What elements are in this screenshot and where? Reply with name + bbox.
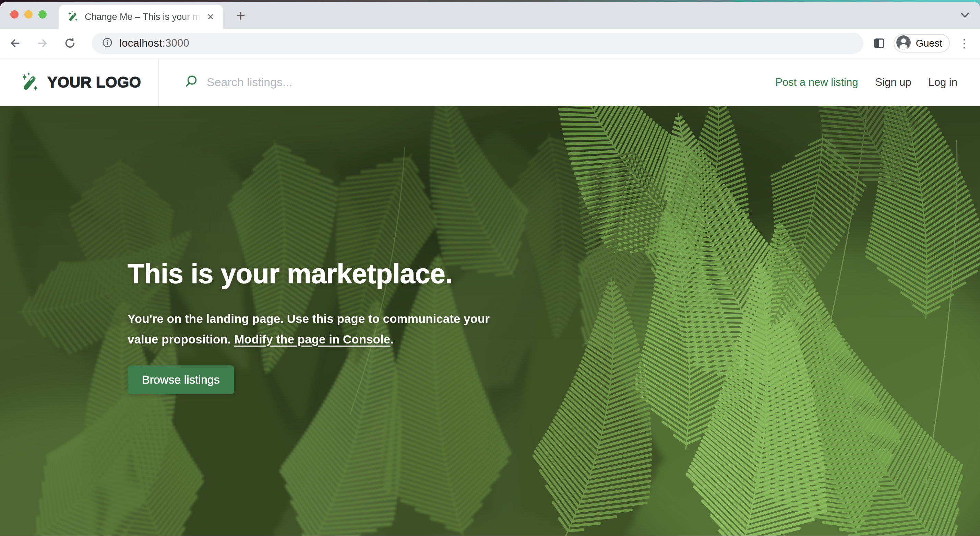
- reload-icon[interactable]: [62, 36, 78, 51]
- profile-button[interactable]: Guest: [894, 34, 950, 53]
- hero-description-period: .: [390, 332, 394, 346]
- tab-favicon-magic-wand-icon: [68, 11, 78, 23]
- browser-tab[interactable]: Change Me – This is your marketplace: [59, 5, 223, 29]
- search-input[interactable]: [207, 75, 453, 89]
- address-bar[interactable]: localhost:3000: [92, 33, 864, 54]
- hero-description: You're on the landing page. Use this pag…: [127, 308, 490, 350]
- fullscreen-window-button[interactable]: [38, 10, 47, 19]
- profile-label: Guest: [916, 38, 942, 49]
- hero-description-line1: You're on the landing page. Use this pag…: [127, 308, 490, 329]
- url-text: localhost:3000: [119, 37, 189, 49]
- logo-magic-wand-icon: [21, 72, 40, 93]
- marketplace-page: YOUR LOGO Post a new listing Sign up Log…: [0, 58, 980, 536]
- browser-window: Change Me – This is your marketplace +: [0, 2, 980, 536]
- guest-avatar-icon: [896, 35, 911, 51]
- modify-in-console-link[interactable]: Modify the page in Console: [234, 332, 390, 346]
- tab-title: Change Me – This is your marketplace: [85, 12, 205, 22]
- url-host: localhost: [119, 37, 162, 49]
- tab-close-icon[interactable]: [205, 11, 216, 22]
- hero-content: This is your marketplace. You're on the …: [127, 106, 490, 394]
- hero-section: This is your marketplace. You're on the …: [0, 106, 980, 536]
- browser-toolbar: localhost:3000 Guest ⋮: [0, 29, 980, 58]
- hero-description-line2: value proposition. Modify the page in Co…: [127, 329, 490, 350]
- header-nav: Post a new listing Sign up Log in: [775, 58, 980, 106]
- site-header: YOUR LOGO Post a new listing Sign up Log…: [0, 58, 980, 106]
- post-new-listing-link[interactable]: Post a new listing: [775, 76, 858, 89]
- hero-title: This is your marketplace.: [127, 258, 490, 289]
- forward-icon[interactable]: [35, 36, 50, 51]
- browse-listings-button[interactable]: Browse listings: [127, 365, 234, 394]
- log-in-link[interactable]: Log in: [929, 76, 958, 89]
- site-info-icon[interactable]: [102, 37, 113, 50]
- logo-text: YOUR LOGO: [47, 74, 141, 91]
- search-bar: [159, 58, 775, 106]
- search-icon: [183, 74, 199, 91]
- side-panel-icon[interactable]: [872, 36, 887, 51]
- tab-search-chevron-down-icon[interactable]: [959, 2, 971, 29]
- window-controls: [10, 10, 47, 19]
- minimize-window-button[interactable]: [24, 10, 33, 19]
- back-icon[interactable]: [8, 36, 22, 51]
- new-tab-button[interactable]: +: [232, 2, 250, 29]
- hero-description-line2-text: value proposition.: [127, 332, 234, 346]
- url-port: :3000: [162, 37, 189, 49]
- sign-up-link[interactable]: Sign up: [875, 76, 911, 89]
- browser-menu-kebab-icon[interactable]: ⋮: [958, 36, 971, 51]
- tab-strip: Change Me – This is your marketplace +: [0, 2, 980, 29]
- logo-link[interactable]: YOUR LOGO: [0, 58, 159, 106]
- close-window-button[interactable]: [10, 10, 19, 19]
